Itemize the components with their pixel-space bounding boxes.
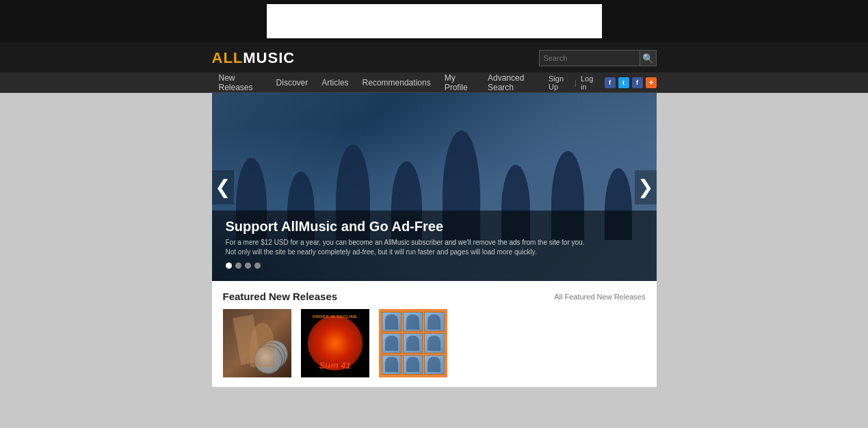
stamp-5 [403,333,423,353]
stamp-9 [424,355,444,375]
facebook2-icon[interactable]: f [632,77,643,88]
hero-description: For a mere $12 USD for a year, you can b… [226,238,595,257]
header: ALLMUSIC 🔍 [0,42,868,72]
album-cover-1 [223,309,291,377]
main-wrapper: Support AllMusic and Go Ad-Free For a me… [0,93,868,387]
stamp-3 [424,312,444,332]
albums-row: Sum 41 [223,309,646,377]
album-item-sum41[interactable]: Sum 41 [301,309,369,377]
hero-dots [226,263,643,269]
search-input[interactable] [539,50,640,66]
section-header: Featured New Releases All Featured New R… [223,291,646,302]
hero-dot-1[interactable] [226,263,232,269]
log-in-link[interactable]: Log in [581,75,598,91]
all-featured-link[interactable]: All Featured New Releases [554,293,645,301]
logo-music: MUSIC [243,49,295,66]
facebook-icon[interactable]: f [605,77,616,88]
ad-slot [267,4,602,38]
stamp-8 [403,355,423,375]
nav-right: Sign Up | Log in f t f ✦ [549,75,657,91]
hero-dot-2[interactable] [235,263,241,269]
cd-stack [254,340,288,374]
hero-carousel: Support AllMusic and Go Ad-Free For a me… [212,93,657,281]
nav-links: New Releases Discover Articles Recommend… [212,72,549,93]
stamp-6 [424,333,444,353]
album-item-1[interactable] [223,309,291,377]
main-content: Support AllMusic and Go Ad-Free For a me… [212,93,657,387]
nav-item-new-releases[interactable]: New Releases [212,72,269,93]
hero-arrow-right[interactable]: ❯ [635,170,657,204]
album-cover-sum41: Sum 41 [301,309,369,377]
featured-new-releases: Featured New Releases All Featured New R… [212,281,657,387]
search-button[interactable]: 🔍 [640,50,657,66]
nav-separator: | [575,79,577,87]
hero-overlay: Support AllMusic and Go Ad-Free For a me… [212,211,657,281]
search-bar: 🔍 [539,50,657,66]
sign-up-link[interactable]: Sign Up [549,75,570,91]
rss-icon[interactable]: ✦ [646,77,657,88]
album-cover-stamps [379,309,447,377]
social-icons: f t f ✦ [605,77,657,88]
stamp-2 [403,312,423,332]
navbar: New Releases Discover Articles Recommend… [0,72,868,93]
nav-item-my-profile[interactable]: My Profile [438,72,481,93]
twitter-icon[interactable]: t [618,77,629,88]
stamp-4 [382,333,402,353]
hero-arrow-left[interactable]: ❮ [212,170,234,204]
cd-3 [254,345,282,374]
album-item-stamps[interactable] [379,309,447,377]
nav-item-recommendations[interactable]: Recommendations [356,72,438,93]
nav-item-discover[interactable]: Discover [269,72,315,93]
nav-item-advanced-search[interactable]: Advanced Search [481,72,549,93]
hero-title: Support AllMusic and Go Ad-Free [226,219,643,235]
search-icon: 🔍 [642,53,654,64]
section-title: Featured New Releases [223,291,338,302]
logo-all: ALL [212,49,244,66]
hero-dot-4[interactable] [254,263,261,269]
site-logo[interactable]: ALLMUSIC [212,49,295,67]
sum41-label: Sum 41 [319,360,350,371]
stamp-7 [382,355,402,375]
hero-dot-3[interactable] [245,263,251,269]
nav-item-articles[interactable]: Articles [315,72,355,93]
top-ad-bar [0,0,868,42]
stamp-1 [382,312,402,332]
